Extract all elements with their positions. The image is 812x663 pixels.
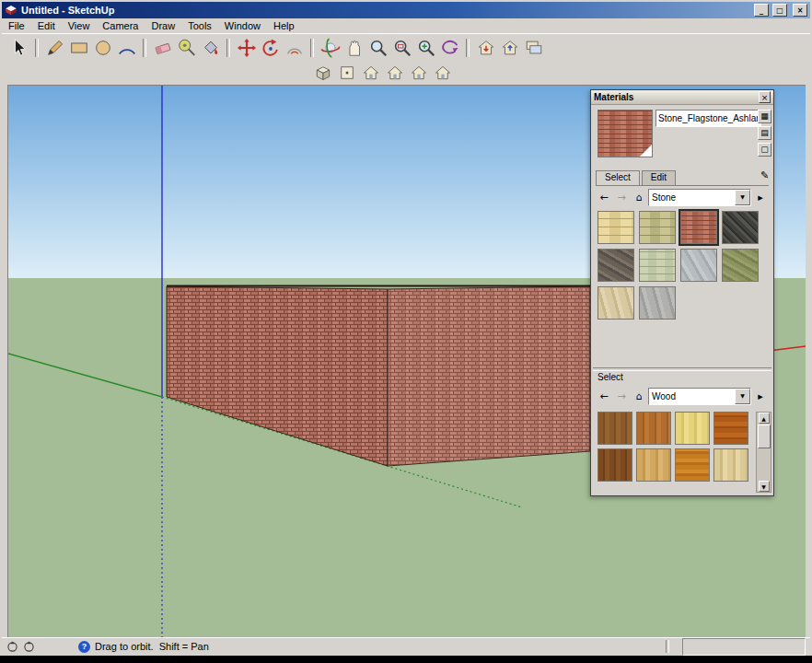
zoom-extents-tool-button[interactable] <box>414 36 438 60</box>
back-arrow-button[interactable]: ← <box>596 190 612 205</box>
materials-panel-titlebar[interactable]: Materials × <box>591 90 773 105</box>
home-button[interactable]: ⌂ <box>631 389 647 404</box>
stone-category-dropdown[interactable]: Stone ▼ <box>648 189 751 206</box>
select-tool-button[interactable] <box>7 36 31 60</box>
preview-corner-icon <box>640 145 652 157</box>
swatch-brick-rough-red[interactable] <box>680 211 717 244</box>
forward-arrow-button[interactable]: → <box>613 190 630 205</box>
get-models-button[interactable] <box>474 36 498 60</box>
help-icon[interactable]: ? <box>78 641 90 653</box>
in-model-materials-button[interactable]: ▤ <box>758 126 771 140</box>
views-toolbar-row <box>2 61 810 85</box>
swatch-wood-light-yellow[interactable] <box>675 412 710 445</box>
view-back-button[interactable] <box>407 62 431 84</box>
zoom-previous-tool-button[interactable] <box>438 36 462 60</box>
paint-bucket-tool-button[interactable] <box>199 36 223 60</box>
stone-nav-row: ← → ⌂ Stone ▼ ▸ <box>596 189 769 206</box>
swatch-wood-orange[interactable] <box>713 412 748 445</box>
home-button[interactable]: ⌂ <box>631 190 647 205</box>
wood-scrollbar[interactable]: ▲ ▼ <box>756 412 771 493</box>
secondary-pane-label: Select <box>597 372 623 382</box>
swatch-stone-rubble-brown[interactable] <box>597 249 634 282</box>
rotate-tool-button[interactable] <box>259 36 283 60</box>
minimize-button[interactable]: _ <box>754 4 769 17</box>
scroll-down-button[interactable]: ▼ <box>759 481 770 492</box>
standard-views-toolbar <box>311 62 455 84</box>
app-icon <box>5 4 17 17</box>
toggle-secondary-pane-button[interactable]: ▦ <box>758 110 771 123</box>
swatch-wood-amber[interactable] <box>675 448 710 482</box>
menu-camera[interactable]: Camera <box>96 19 145 32</box>
materials-panel-title: Materials <box>594 92 759 102</box>
measurements-field[interactable] <box>682 638 806 656</box>
tab-edit[interactable]: Edit <box>642 170 676 185</box>
swatch-wood-medium-brown[interactable] <box>636 412 671 445</box>
materials-close-button[interactable]: × <box>759 91 771 103</box>
swatch-flagstone-gray[interactable] <box>639 286 676 320</box>
zoom-window-tool-button[interactable] <box>390 36 414 60</box>
back-arrow-button[interactable]: ← <box>596 389 612 404</box>
view-front-button[interactable] <box>359 62 383 84</box>
menu-bar: FileEditViewCameraDrawToolsWindowHelp <box>2 18 810 33</box>
swatch-stone-gray[interactable] <box>680 249 717 282</box>
titlebar: Untitled - SketchUp _ □ × <box>2 2 810 18</box>
status-bar: ? Drag to orbit. Shift = Pan <box>2 637 810 655</box>
box-right-face-shade <box>388 286 590 466</box>
view-top-button[interactable] <box>335 62 359 84</box>
viewport[interactable]: Materials × ▦▤▢ ✎ SelectEdit ← → ⌂ Stone <box>7 85 806 638</box>
wood-swatch-grid <box>597 412 748 482</box>
view-right-button[interactable] <box>383 62 407 84</box>
menu-draw[interactable]: Draw <box>145 19 181 32</box>
scroll-up-button[interactable]: ▲ <box>759 413 770 424</box>
forward-arrow-button[interactable]: → <box>613 389 630 404</box>
menu-file[interactable]: File <box>2 19 31 32</box>
menu-help[interactable]: Help <box>267 19 301 32</box>
tape-measure-tool-button[interactable] <box>175 36 199 60</box>
swatch-wood-pale[interactable] <box>713 448 748 482</box>
swatch-stone-ashlar-cream[interactable] <box>597 211 634 244</box>
view-left-button[interactable] <box>431 62 455 84</box>
swatch-stone-moss[interactable] <box>722 249 759 282</box>
swatch-wood-dark-brown[interactable] <box>597 412 632 445</box>
components-button[interactable] <box>522 36 546 60</box>
rectangle-tool-button[interactable] <box>67 36 91 60</box>
details-arrow-button[interactable]: ▸ <box>752 389 769 404</box>
chevron-down-icon[interactable]: ▼ <box>735 389 750 404</box>
pan-tool-button[interactable] <box>342 36 366 60</box>
eraser-tool-button[interactable] <box>151 36 175 60</box>
swatch-stone-block-green[interactable] <box>639 249 676 282</box>
maximize-button[interactable]: □ <box>772 4 787 17</box>
swatch-wood-tan[interactable] <box>636 448 671 482</box>
details-arrow-button[interactable]: ▸ <box>752 190 769 205</box>
move-tool-button[interactable] <box>235 36 259 60</box>
orbit-tool-button[interactable] <box>319 36 342 60</box>
menu-window[interactable]: Window <box>218 19 267 32</box>
swatch-stone-dark[interactable] <box>722 211 759 244</box>
zoom-tool-button[interactable] <box>366 36 390 60</box>
wood-category-dropdown[interactable]: Wood ▼ <box>648 388 751 405</box>
circle-tool-button[interactable] <box>91 36 115 60</box>
new-material-button[interactable]: ▢ <box>758 143 771 157</box>
status-circle-icon-1[interactable] <box>6 641 18 653</box>
scroll-thumb[interactable] <box>758 425 771 448</box>
menu-edit[interactable]: Edit <box>31 19 62 32</box>
swatch-stone-ashlar-green[interactable] <box>639 211 676 244</box>
material-name-field[interactable] <box>655 110 761 127</box>
chevron-down-icon[interactable]: ▼ <box>735 190 750 205</box>
swatch-flagstone-tan[interactable] <box>597 286 634 320</box>
tab-select[interactable]: Select <box>596 170 640 185</box>
menu-tools[interactable]: Tools <box>181 19 218 32</box>
line-tool-button[interactable] <box>43 36 67 60</box>
status-circle-icon-2[interactable] <box>23 641 35 653</box>
menu-view[interactable]: View <box>62 19 97 32</box>
swatch-wood-walnut[interactable] <box>597 448 632 482</box>
close-button[interactable]: × <box>793 4 807 17</box>
wood-nav-row: ← → ⌂ Wood ▼ ▸ <box>596 388 769 405</box>
offset-tool-button[interactable] <box>283 36 307 60</box>
window-title: Untitled - SketchUp <box>21 5 750 16</box>
view-iso-button[interactable] <box>311 62 335 84</box>
arc-tool-button[interactable] <box>115 36 139 60</box>
materials-side-buttons: ▦▤▢ <box>758 110 771 157</box>
material-preview[interactable] <box>597 110 653 157</box>
share-model-button[interactable] <box>498 36 522 60</box>
